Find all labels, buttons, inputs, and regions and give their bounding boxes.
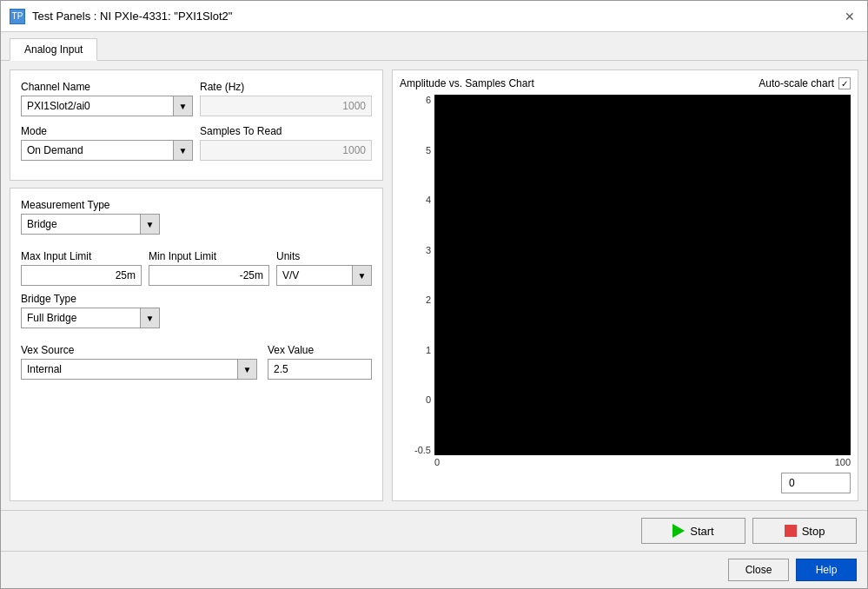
units-select-wrapper[interactable]: V/V ▼ — [276, 265, 372, 286]
vex-source-group: Vex Source Internal ▼ — [21, 344, 257, 380]
rate-group: Rate (Hz) — [200, 81, 372, 116]
tab-bar: Analog Input — [1, 32, 867, 61]
mode-select-wrapper[interactable]: On Demand ▼ — [21, 140, 193, 161]
rate-label: Rate (Hz) — [200, 81, 372, 93]
min-input-label: Min Input Limit — [149, 250, 269, 262]
max-input-field[interactable] — [21, 265, 142, 286]
y-label-0: 0 — [426, 394, 431, 405]
y-label-5: 5 — [426, 145, 431, 156]
measurement-settings-box: Measurement Type Bridge ▼ Max Input Limi… — [10, 188, 383, 501]
samples-input — [200, 140, 372, 161]
chart-plot — [434, 95, 851, 455]
min-input-group: Min Input Limit — [149, 250, 269, 286]
units-value: V/V — [277, 268, 352, 283]
units-group: Units V/V ▼ — [276, 250, 372, 286]
measurement-type-label: Measurement Type — [21, 199, 372, 211]
units-dropdown-arrow[interactable]: ▼ — [352, 266, 371, 285]
mode-label: Mode — [21, 125, 193, 137]
vex-value-label: Vex Value — [268, 344, 372, 356]
main-window: TP Test Panels : NI PXIe-4331: "PXI1Slot… — [0, 0, 868, 589]
value-box: 0 — [781, 473, 851, 493]
max-input-label: Max Input Limit — [21, 250, 142, 262]
bridge-type-select-wrapper[interactable]: Full Bridge ▼ — [21, 308, 160, 328]
channel-name-label: Channel Name — [21, 81, 193, 93]
auto-scale-label: Auto-scale chart — [759, 77, 834, 89]
stop-label: Stop — [802, 525, 825, 538]
vex-source-label: Vex Source — [21, 344, 257, 356]
auto-scale-checkbox[interactable]: ✓ — [838, 77, 851, 89]
vex-source-dropdown-arrow[interactable]: ▼ — [237, 360, 256, 379]
bridge-type-value: Full Bridge — [22, 310, 140, 326]
left-panel: Channel Name PXI1Slot2/ai0 ▼ Mode On Dem… — [10, 69, 383, 501]
channel-name-select-wrapper[interactable]: PXI1Slot2/ai0 ▼ — [21, 96, 193, 116]
title-bar: TP Test Panels : NI PXIe-4331: "PXI1Slot… — [1, 1, 867, 32]
mode-value: On Demand — [22, 142, 173, 158]
measurement-type-select-wrapper[interactable]: Bridge ▼ — [21, 214, 160, 235]
mode-group: Mode On Demand ▼ — [21, 125, 193, 161]
start-label: Start — [690, 525, 713, 538]
close-button[interactable]: Close — [728, 559, 789, 581]
channel-name-value: PXI1Slot2/ai0 — [22, 98, 173, 114]
value-display: 0 — [400, 473, 851, 493]
samples-group: Samples To Read — [200, 125, 372, 161]
chart-header: Amplitude vs. Samples Chart Auto-scale c… — [400, 77, 851, 89]
channel-settings-box: Channel Name PXI1Slot2/ai0 ▼ Mode On Dem… — [10, 69, 383, 181]
x-label-end: 100 — [835, 457, 851, 467]
vex-value-input[interactable] — [268, 359, 372, 380]
content-area: Channel Name PXI1Slot2/ai0 ▼ Mode On Dem… — [1, 61, 867, 510]
channel-name-dropdown-arrow[interactable]: ▼ — [173, 96, 192, 116]
min-input-field[interactable] — [149, 265, 269, 286]
bridge-type-group: Bridge Type Full Bridge ▼ — [21, 293, 372, 328]
chart-area: 6 5 4 3 2 1 0 -0.5 — [400, 95, 851, 455]
y-label-6: 6 — [426, 95, 431, 105]
max-input-group: Max Input Limit — [21, 250, 142, 286]
tab-analog-input[interactable]: Analog Input — [10, 38, 97, 61]
auto-scale-group: Auto-scale chart ✓ — [759, 77, 851, 89]
start-stop-bar: Start Stop — [1, 510, 867, 551]
y-label-3: 3 — [426, 245, 431, 255]
y-axis: 6 5 4 3 2 1 0 -0.5 — [400, 95, 434, 455]
y-label-2: 2 — [426, 294, 431, 305]
measurement-type-value: Bridge — [22, 216, 140, 232]
limits-row: Max Input Limit Min Input Limit Units V/… — [21, 250, 372, 286]
measurement-type-group: Measurement Type Bridge ▼ — [21, 199, 372, 235]
chart-container: Amplitude vs. Samples Chart Auto-scale c… — [392, 69, 858, 501]
y-label-1: 1 — [426, 345, 431, 355]
mode-dropdown-arrow[interactable]: ▼ — [173, 141, 192, 160]
chart-title: Amplitude vs. Samples Chart — [400, 77, 534, 89]
close-window-button[interactable]: ✕ — [841, 8, 858, 25]
right-panel: Amplitude vs. Samples Chart Auto-scale c… — [392, 69, 858, 501]
y-label-neg05: -0.5 — [414, 445, 431, 455]
play-icon — [673, 524, 685, 538]
x-axis: 0 100 — [434, 455, 851, 467]
vex-row: Vex Source Internal ▼ Vex Value — [21, 344, 372, 380]
x-label-start: 0 — [434, 457, 440, 467]
channel-name-group: Channel Name PXI1Slot2/ai0 ▼ — [21, 81, 193, 116]
y-label-4: 4 — [426, 195, 431, 205]
bridge-type-label: Bridge Type — [21, 293, 372, 305]
vex-source-value: Internal — [22, 361, 237, 377]
vex-value-group: Vex Value — [268, 344, 372, 380]
help-button[interactable]: Help — [796, 559, 857, 581]
bridge-type-dropdown-arrow[interactable]: ▼ — [140, 308, 159, 328]
samples-label: Samples To Read — [200, 125, 372, 137]
units-label: Units — [276, 250, 372, 262]
stop-button[interactable]: Stop — [752, 518, 857, 544]
vex-source-select-wrapper[interactable]: Internal ▼ — [21, 359, 257, 380]
footer-bar: Close Help — [1, 551, 867, 588]
stop-icon — [785, 525, 797, 537]
window-icon: TP — [10, 9, 25, 24]
measurement-type-dropdown-arrow[interactable]: ▼ — [140, 215, 159, 234]
rate-input — [200, 96, 372, 116]
window-title: Test Panels : NI PXIe-4331: "PXI1Slot2" — [32, 10, 834, 23]
start-button[interactable]: Start — [641, 518, 745, 544]
